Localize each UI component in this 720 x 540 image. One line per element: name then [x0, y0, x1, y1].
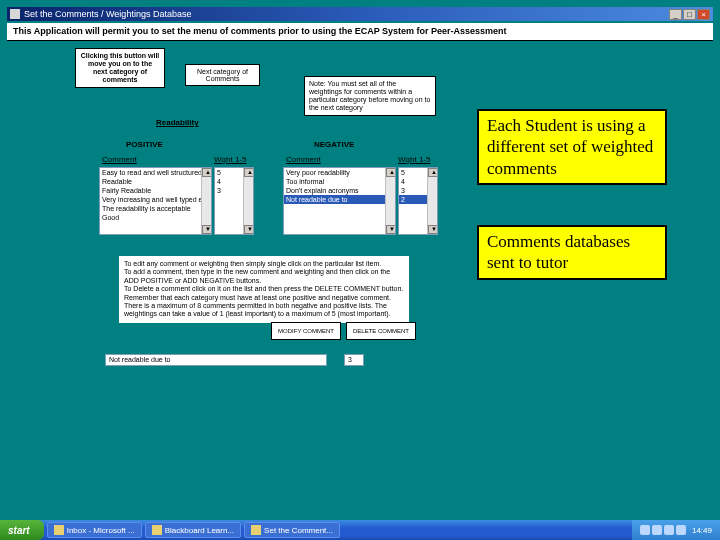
taskbar-item-label: Inbox - Microsoft ... — [67, 526, 135, 535]
list-item[interactable]: The readability is acceptable — [100, 204, 211, 213]
list-item[interactable]: Fairly Readable — [100, 186, 211, 195]
tray-icon[interactable] — [640, 525, 650, 535]
list-item[interactable]: Very increasing and well typed essek — [100, 195, 211, 204]
modify-comment-button[interactable]: MODIFY COMMENT — [271, 322, 341, 340]
next-category-button[interactable]: Next category of Comments — [185, 64, 260, 86]
positive-header: POSITIVE — [126, 140, 163, 149]
positive-weight-list[interactable]: 543▲▼ — [214, 167, 254, 235]
taskbar-item[interactable]: Set the Comment... — [244, 522, 340, 538]
app-icon — [10, 9, 20, 19]
window-title: Set the Comments / Weightings Database — [24, 9, 191, 19]
comment-input[interactable]: Not readable due to — [105, 354, 327, 366]
window-titlebar: Set the Comments / Weightings Database _… — [7, 7, 713, 21]
scroll-up-icon[interactable]: ▲ — [428, 168, 438, 177]
instructions-text: To edit any comment or weighting then si… — [119, 256, 409, 323]
scroll-up-icon[interactable]: ▲ — [202, 168, 212, 177]
app-description: This Application will permit you to set … — [7, 23, 713, 41]
delete-comment-button[interactable]: DELETE COMMENT — [346, 322, 416, 340]
list-item[interactable]: Readable — [100, 177, 211, 186]
callout-tutor: Comments databases sent to tutor — [477, 225, 667, 280]
list-item[interactable]: Easy to read and well structured — [100, 168, 211, 177]
callout-students: Each Student is using a different set of… — [477, 109, 667, 185]
pos-weight-header: Wght 1-5 — [214, 155, 246, 164]
taskbar-item-label: Set the Comment... — [264, 526, 333, 535]
scroll-down-icon[interactable]: ▼ — [428, 225, 438, 234]
neg-weight-header: Wght 1-5 — [398, 155, 430, 164]
app-icon — [152, 525, 162, 535]
maximize-button[interactable]: □ — [683, 9, 696, 20]
info-move-on: Clicking this button will move you on to… — [75, 48, 165, 88]
negative-comment-list[interactable]: Very poor readabilityToo informalDon't e… — [283, 167, 396, 235]
list-item[interactable]: Don't explain acronyms — [284, 186, 395, 195]
taskbar-item-label: Blackboard Learn... — [165, 526, 234, 535]
taskbar-item[interactable]: Blackboard Learn... — [145, 522, 241, 538]
scroll-up-icon[interactable]: ▲ — [244, 168, 254, 177]
list-item[interactable]: Not readable due to — [284, 195, 395, 204]
list-item[interactable]: Good — [100, 213, 211, 222]
list-item[interactable]: Too informal — [284, 177, 395, 186]
start-label: start — [8, 525, 30, 536]
app-icon — [54, 525, 64, 535]
section-label: Readability — [156, 118, 199, 127]
scrollbar[interactable]: ▲▼ — [385, 168, 395, 234]
clock: 14:49 — [692, 526, 712, 535]
taskbar: start Inbox - Microsoft ... Blackboard L… — [0, 520, 720, 540]
start-button[interactable]: start — [0, 520, 44, 540]
neg-comment-header: Comment — [286, 155, 321, 164]
tray-icon[interactable] — [676, 525, 686, 535]
scrollbar[interactable]: ▲▼ — [427, 168, 437, 234]
system-tray: 14:49 — [632, 520, 720, 540]
note-box: Note: You must set all of the weightings… — [304, 76, 436, 116]
list-item[interactable]: Very poor readability — [284, 168, 395, 177]
minimize-button[interactable]: _ — [669, 9, 682, 20]
app-icon — [251, 525, 261, 535]
positive-comment-list[interactable]: Easy to read and well structuredReadable… — [99, 167, 212, 235]
scroll-down-icon[interactable]: ▼ — [244, 225, 254, 234]
taskbar-item[interactable]: Inbox - Microsoft ... — [47, 522, 142, 538]
weight-input[interactable]: 3 — [344, 354, 364, 366]
scroll-up-icon[interactable]: ▲ — [386, 168, 396, 177]
pos-comment-header: Comment — [102, 155, 137, 164]
scroll-down-icon[interactable]: ▼ — [202, 225, 212, 234]
tray-icon[interactable] — [652, 525, 662, 535]
negative-weight-list[interactable]: 5432▲▼ — [398, 167, 438, 235]
scroll-down-icon[interactable]: ▼ — [386, 225, 396, 234]
scrollbar[interactable]: ▲▼ — [243, 168, 253, 234]
tray-icon[interactable] — [664, 525, 674, 535]
scrollbar[interactable]: ▲▼ — [201, 168, 211, 234]
close-button[interactable]: × — [697, 9, 710, 20]
negative-header: NEGATIVE — [314, 140, 354, 149]
